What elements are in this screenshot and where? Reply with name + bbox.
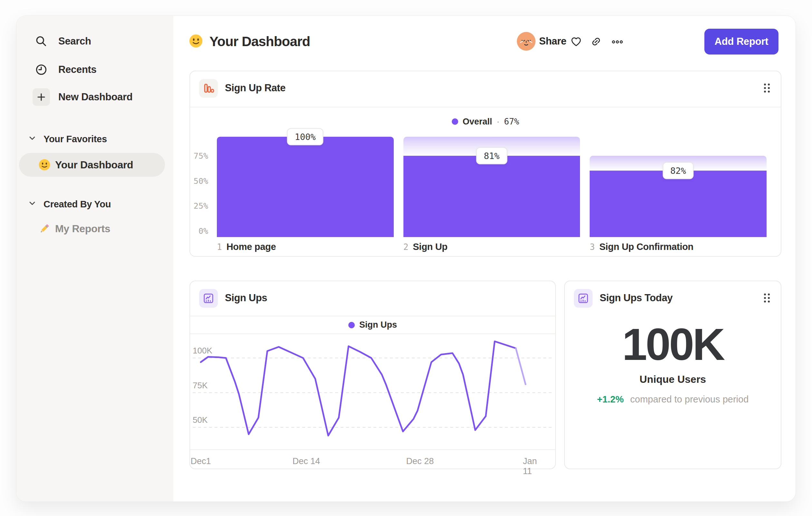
pencil-emoji-icon bbox=[38, 222, 51, 235]
drag-handle-icon[interactable] bbox=[763, 292, 771, 305]
y-axis-label: 50K bbox=[193, 415, 208, 425]
bar-chart-icon bbox=[199, 79, 218, 98]
sidebar-item-new-dashboard[interactable]: New Dashboard bbox=[17, 86, 173, 108]
sidebar-item-label: My Reports bbox=[55, 223, 110, 235]
funnel-step-labels: 1 Home page 2 Sign Up 3 Sign Up Confirma… bbox=[217, 242, 766, 252]
share-button[interactable]: Share bbox=[539, 35, 567, 47]
section-title: Created By You bbox=[44, 199, 111, 210]
smiley-emoji-icon bbox=[189, 34, 203, 49]
drag-handle-icon[interactable] bbox=[763, 82, 771, 95]
sign-ups-today-card: Sign Ups Today 100K Unique Users +1.2% c… bbox=[564, 280, 781, 469]
funnel-chart: 100% 81% 82% bbox=[217, 137, 766, 237]
card-title: Sign Ups bbox=[225, 292, 267, 304]
card-title: Sign Ups Today bbox=[600, 292, 672, 304]
funnel-bar-fill bbox=[403, 156, 580, 237]
avatar[interactable] bbox=[517, 32, 535, 51]
y-axis-label: 25% bbox=[190, 201, 208, 211]
sidebar-item-label: Your Dashboard bbox=[55, 159, 133, 171]
app-window: Search Recents New Dashboard Your Favori… bbox=[16, 16, 796, 502]
sidebar-item-your-dashboard[interactable]: Your Dashboard bbox=[19, 153, 165, 177]
sidebar-item-search[interactable]: Search bbox=[17, 31, 173, 52]
x-axis-label: Dec 14 bbox=[293, 456, 320, 466]
x-axis-label: Jan 11 bbox=[523, 456, 545, 476]
page-title-text: Your Dashboard bbox=[209, 34, 310, 49]
delta-value: +1.2% bbox=[597, 394, 624, 404]
legend-value: 67% bbox=[504, 117, 519, 127]
sidebar-section-created-by-you[interactable]: Created By You bbox=[17, 195, 173, 213]
step-label: 3 Sign Up Confirmation bbox=[590, 242, 766, 252]
more-options-icon[interactable] bbox=[611, 35, 622, 47]
big-number-label: Unique Users bbox=[565, 373, 781, 386]
conversion-badge: 81% bbox=[476, 147, 508, 164]
x-axis: Dec1Dec 14Dec 28Jan 11 bbox=[190, 449, 555, 469]
y-axis-label: 75K bbox=[193, 381, 208, 390]
line-chart: 100K75K50K bbox=[190, 334, 555, 449]
page-title: Your Dashboard bbox=[189, 33, 310, 51]
sidebar-item-label: Search bbox=[58, 35, 91, 47]
y-axis-label: 50% bbox=[190, 176, 208, 186]
sidebar: Search Recents New Dashboard Your Favori… bbox=[17, 16, 173, 501]
funnel-bar-sign-up-confirmation[interactable]: 82% bbox=[590, 137, 766, 237]
card-header: Sign Ups Today bbox=[565, 281, 781, 317]
legend-dot bbox=[452, 118, 458, 125]
conversion-badge: 82% bbox=[663, 162, 694, 179]
funnel-bar-sign-up[interactable]: 81% bbox=[403, 137, 580, 237]
y-axis-label: 0% bbox=[190, 226, 208, 236]
favorite-heart-icon[interactable] bbox=[570, 35, 582, 47]
clock-icon bbox=[33, 61, 50, 78]
step-label: 1 Home page bbox=[217, 242, 394, 252]
plus-icon bbox=[33, 88, 50, 106]
sign-ups-card: Sign Ups Sign Ups 100K75K50K Dec1Dec 14D… bbox=[190, 280, 556, 469]
sidebar-item-my-reports[interactable]: My Reports bbox=[19, 217, 165, 241]
sidebar-item-label: Recents bbox=[58, 64, 97, 76]
card-header: Sign Ups bbox=[190, 281, 555, 316]
line-chart-icon bbox=[574, 289, 592, 308]
step-label: 2 Sign Up bbox=[403, 242, 580, 252]
legend-separator: · bbox=[497, 117, 499, 127]
sidebar-section-your-favorites[interactable]: Your Favorites bbox=[17, 130, 173, 148]
signups-series-line[interactable] bbox=[201, 341, 516, 435]
smiley-emoji-icon bbox=[38, 159, 51, 171]
x-axis-label: Dec 28 bbox=[406, 456, 434, 466]
delta-row: +1.2% compared to previous period bbox=[565, 393, 781, 406]
legend-label: Sign Ups bbox=[359, 320, 397, 330]
line-legend: Sign Ups bbox=[190, 316, 555, 334]
card-header: Sign Up Rate bbox=[190, 71, 781, 107]
y-axis-label: 75% bbox=[190, 151, 208, 161]
conversion-badge: 100% bbox=[287, 128, 323, 145]
screen: Search Recents New Dashboard Your Favori… bbox=[0, 0, 812, 516]
sidebar-item-label: New Dashboard bbox=[58, 91, 133, 103]
section-title: Your Favorites bbox=[44, 134, 107, 144]
copy-link-icon[interactable] bbox=[590, 35, 602, 47]
funnel-bar-fill bbox=[217, 137, 394, 237]
big-number-value: 100K bbox=[565, 319, 781, 369]
card-title: Sign Up Rate bbox=[225, 82, 286, 94]
chevron-down-icon bbox=[29, 201, 36, 207]
legend-label: Overall bbox=[463, 117, 492, 127]
search-icon bbox=[33, 33, 50, 50]
signups-series-incomplete-tail[interactable] bbox=[516, 348, 526, 384]
legend-dot bbox=[348, 322, 355, 328]
delta-description: compared to previous period bbox=[630, 394, 749, 404]
x-axis-label: Dec1 bbox=[191, 456, 211, 466]
sign-up-rate-card: Sign Up Rate Overall · 67% 75% 50% 25% 0… bbox=[190, 71, 781, 257]
add-report-button[interactable]: Add Report bbox=[704, 29, 779, 55]
y-axis-label: 100K bbox=[193, 346, 212, 355]
funnel-legend: Overall · 67% bbox=[190, 107, 781, 136]
funnel-bar-fill bbox=[590, 171, 766, 237]
sidebar-item-recents[interactable]: Recents bbox=[17, 59, 173, 80]
line-chart-icon bbox=[199, 289, 218, 308]
chevron-down-icon bbox=[29, 136, 36, 142]
funnel-bar-home-page[interactable]: 100% bbox=[217, 137, 394, 237]
